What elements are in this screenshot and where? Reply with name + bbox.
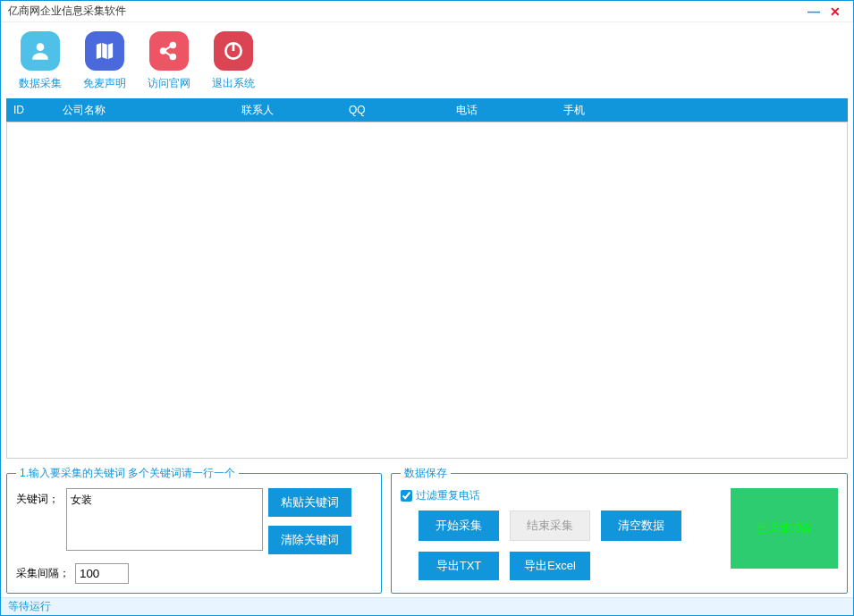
th-contact[interactable]: 联系人 (241, 103, 349, 118)
clear-data-button[interactable]: 清空数据 (601, 511, 681, 541)
power-icon (214, 31, 253, 71)
save-fieldset: 数据保存 过滤重复电话 开始采集 结束采集 清空数据 导出TXT 导出Excel (391, 466, 848, 594)
toolbar-label: 数据采集 (19, 76, 62, 91)
table-body[interactable] (6, 122, 848, 459)
toolbar-website-button[interactable]: 访问官网 (148, 31, 190, 91)
svg-line-5 (165, 52, 172, 55)
toolbar-collect-button[interactable]: 数据采集 (19, 31, 62, 91)
toolbar-label: 访问官网 (148, 76, 190, 91)
minimize-button[interactable]: — (803, 4, 824, 19)
filter-dup-checkbox[interactable]: 过滤重复电话 (401, 488, 720, 503)
filter-dup-label: 过滤重复电话 (416, 488, 480, 503)
svg-line-4 (165, 46, 172, 50)
th-phone[interactable]: 电话 (456, 103, 563, 118)
keyword-fieldset: 1.输入要采集的关键词 多个关键词请一行一个 关键词； 粘贴关键词 清除关键词 … (6, 466, 382, 594)
paste-keyword-button[interactable]: 粘贴关键词 (268, 488, 351, 517)
th-mobile[interactable]: 手机 (563, 103, 671, 118)
keyword-textarea[interactable] (66, 488, 263, 551)
filter-dup-input[interactable] (401, 490, 412, 502)
start-collect-button[interactable]: 开始采集 (419, 511, 499, 541)
th-company[interactable]: 公司名称 (63, 103, 241, 118)
export-excel-button[interactable]: 导出Excel (510, 552, 590, 580)
statusbar: 等待运行 (1, 597, 853, 615)
interval-label: 采集间隔； (16, 566, 70, 581)
save-legend: 数据保存 (401, 466, 451, 481)
export-txt-button[interactable]: 导出TXT (419, 552, 499, 580)
svg-point-0 (37, 43, 45, 51)
collect-status: 已采集:0条 (731, 488, 838, 569)
map-icon (85, 31, 124, 71)
th-qq[interactable]: QQ (349, 104, 456, 116)
toolbar: 数据采集 免麦声明 访问官网 退出系统 (1, 22, 853, 98)
keyword-label: 关键词； (16, 488, 61, 507)
clear-keyword-button[interactable]: 清除关键词 (268, 526, 351, 554)
toolbar-label: 免麦声明 (83, 76, 126, 91)
toolbar-exit-button[interactable]: 退出系统 (212, 31, 255, 91)
toolbar-label: 退出系统 (212, 76, 255, 91)
interval-input[interactable] (75, 563, 129, 584)
keyword-legend: 1.输入要采集的关键词 多个关键词请一行一个 (16, 466, 239, 481)
window-title: 亿商网企业信息采集软件 (8, 4, 803, 19)
person-icon (21, 31, 60, 71)
titlebar: 亿商网企业信息采集软件 — ✕ (1, 1, 853, 22)
close-button[interactable]: ✕ (824, 4, 846, 19)
stop-collect-button: 结束采集 (510, 511, 590, 541)
toolbar-disclaimer-button[interactable]: 免麦声明 (83, 31, 126, 91)
table-header: ID 公司名称 联系人 QQ 电话 手机 (6, 98, 848, 122)
th-id[interactable]: ID (13, 104, 63, 116)
share-icon (149, 31, 189, 71)
